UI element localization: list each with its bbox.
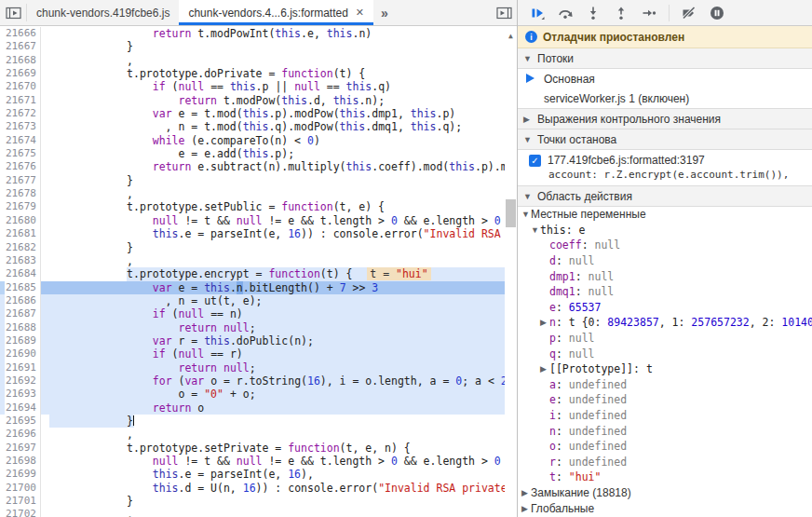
- close-icon[interactable]: ✕: [356, 7, 364, 19]
- code-text[interactable]: }: [41, 40, 505, 53]
- line-number[interactable]: 21666: [5, 27, 41, 40]
- code-line[interactable]: 21684 t.prototype.encrypt = function(t) …: [0, 267, 505, 280]
- code-text[interactable]: null != t && null != e && t.length > 0 &…: [41, 214, 505, 227]
- line-number[interactable]: 21690: [5, 347, 41, 361]
- code-line[interactable]: 21678 ,: [0, 187, 505, 200]
- line-number[interactable]: 21688: [5, 321, 41, 334]
- code-text[interactable]: this.e = parseInt(e, 16),: [41, 468, 505, 481]
- line-number[interactable]: 21677: [5, 174, 41, 187]
- code-line[interactable]: 21691 return null;: [0, 361, 505, 374]
- code-line[interactable]: 21686 , n = ut(t, e);: [0, 294, 505, 307]
- line-number[interactable]: 21680: [5, 214, 41, 227]
- deactivate-breakpoints-icon[interactable]: [681, 6, 697, 20]
- breakpoint-checkbox[interactable]: ✓: [529, 155, 541, 167]
- code-line[interactable]: 21675 e = e.add(this.p);: [0, 147, 505, 160]
- line-number[interactable]: 21682: [5, 241, 41, 254]
- code-text[interactable]: var e = t.mod(this.p).modPow(this.dmp1, …: [41, 107, 505, 120]
- open-debug-sidebar-icon[interactable]: [491, 0, 517, 25]
- code-line[interactable]: 21689 var r = this.doPublic(n);: [0, 334, 505, 347]
- scope-variable-row[interactable]: e: 65537: [518, 300, 812, 316]
- line-number[interactable]: 21675: [5, 147, 41, 160]
- code-line[interactable]: 21687 if (null == n): [0, 307, 505, 320]
- scope-tree[interactable]: ▼Местные переменные▼this: ecoeff: nulld:…: [518, 207, 812, 517]
- resume-button[interactable]: [529, 6, 546, 20]
- code-text[interactable]: var e = this.n.bitLength() + 7 >> 3: [41, 281, 505, 294]
- code-line[interactable]: 21672 var e = t.mod(this.p).modPow(this.…: [0, 107, 505, 120]
- line-number[interactable]: 21669: [5, 67, 41, 80]
- line-number[interactable]: 21672: [5, 107, 41, 120]
- code-text[interactable]: }: [41, 495, 505, 508]
- scope-variable-row[interactable]: a: undefined: [518, 377, 812, 393]
- code-line[interactable]: 21695 }: [0, 415, 505, 428]
- code-line[interactable]: 21681 this.e = parseInt(e, 16)) : consol…: [0, 227, 505, 240]
- line-number[interactable]: 21693: [5, 388, 41, 401]
- code-text[interactable]: if (null == n): [41, 307, 505, 320]
- code-line[interactable]: 21673 , n = t.mod(this.q).modPow(this.dm…: [0, 120, 505, 133]
- code-line[interactable]: 21677 }: [0, 174, 505, 187]
- line-number[interactable]: 21674: [5, 134, 41, 147]
- scope-variable-row[interactable]: ▼this: e: [518, 223, 812, 238]
- code-line[interactable]: 21676 return e.subtract(n).multiply(this…: [0, 160, 505, 173]
- code-line[interactable]: 21700 this.d = U(n, 16)) : console.error…: [0, 482, 505, 495]
- code-line[interactable]: 21688 return null;: [0, 321, 505, 334]
- code-line[interactable]: 21682 }: [0, 241, 505, 254]
- code-line[interactable]: 21696 ,: [0, 428, 505, 441]
- code-text[interactable]: ,: [41, 254, 505, 267]
- line-number[interactable]: 21695: [5, 415, 41, 428]
- scope-variable-row[interactable]: o: undefined: [518, 439, 812, 455]
- source-editor[interactable]: 21666 return t.modPowInt(this.e, this.n)…: [0, 26, 517, 517]
- scope-section-row[interactable]: ▼Местные переменные: [518, 207, 812, 223]
- code-text[interactable]: ,: [41, 428, 505, 441]
- code-text[interactable]: e = e.add(this.p);: [41, 147, 505, 160]
- code-line[interactable]: 21698 null != t && null != e && t.length…: [0, 455, 505, 468]
- line-number[interactable]: 21668: [5, 54, 41, 67]
- scroll-up-icon[interactable]: ▲: [505, 26, 517, 43]
- scope-variable-row[interactable]: dmq1: null: [518, 284, 812, 300]
- code-line[interactable]: 21685 var e = this.n.bitLength() + 7 >> …: [0, 281, 505, 294]
- code-text[interactable]: }: [41, 415, 505, 428]
- code-line[interactable]: 21674 while (e.compareTo(n) < 0): [0, 134, 505, 147]
- code-text[interactable]: for (var o = r.toString(16), i = o.lengt…: [41, 374, 505, 388]
- code-text[interactable]: if (null == r): [41, 347, 505, 361]
- code-line[interactable]: 21680 null != t && null != e && t.length…: [0, 214, 505, 227]
- scope-variable-row[interactable]: ▶[[Prototype]]: t: [518, 361, 812, 377]
- scope-variable-row[interactable]: q: null: [518, 346, 812, 361]
- scope-section-row[interactable]: ▶Глобальные: [518, 500, 812, 516]
- line-number[interactable]: 21687: [5, 307, 41, 320]
- scope-variable-row[interactable]: e: undefined: [518, 392, 812, 408]
- scope-variable-row[interactable]: ▶n: t {0: 89423857, 1: 257657232, 2: 101…: [518, 315, 812, 331]
- scope-section-row[interactable]: ▶Замыкание (18818): [518, 485, 812, 501]
- breakpoint-entry[interactable]: ✓ 177.419fcbe6.js:formatted:3197 account…: [518, 150, 812, 185]
- code-line[interactable]: 21702 ,: [0, 508, 505, 517]
- scope-variable-row[interactable]: dmp1: null: [518, 268, 812, 284]
- code-text[interactable]: ,: [41, 508, 505, 517]
- scope-variable-row[interactable]: coeff: null: [518, 238, 812, 253]
- pause-on-exceptions-icon[interactable]: [709, 6, 725, 20]
- scope-variable-row[interactable]: r: undefined: [518, 455, 812, 470]
- code-line[interactable]: 21668 ,: [0, 54, 505, 67]
- step-over-button[interactable]: [557, 6, 574, 20]
- code-text[interactable]: t.prototype.setPrivate = function(t, e, …: [41, 442, 505, 455]
- line-number[interactable]: 21681: [5, 227, 41, 240]
- line-number[interactable]: 21691: [5, 361, 41, 374]
- code-text[interactable]: return o: [41, 401, 505, 415]
- code-text[interactable]: t.prototype.encrypt = function(t) { t = …: [41, 267, 505, 280]
- code-line[interactable]: 21693 o = "0" + o;: [0, 388, 505, 401]
- code-text[interactable]: , n = t.mod(this.q).modPow(this.dmq1, th…: [41, 120, 505, 133]
- editor-scrollbar[interactable]: ▲: [505, 26, 517, 517]
- scope-variable-row[interactable]: d: null: [518, 253, 812, 269]
- step-into-button[interactable]: [585, 6, 602, 20]
- code-line[interactable]: 21690 if (null == r): [0, 347, 505, 361]
- tab-chunk-vendors[interactable]: chunk-vendors.419fcbe6.js: [27, 0, 179, 25]
- line-number[interactable]: 21700: [5, 482, 41, 495]
- code-text[interactable]: ,: [41, 187, 505, 200]
- section-breakpoints[interactable]: ▼ Точки останова: [518, 129, 812, 150]
- line-number[interactable]: 21696: [5, 428, 41, 441]
- code-line[interactable]: 21692 for (var o = r.toString(16), i = o…: [0, 374, 505, 388]
- section-scope[interactable]: ▼ Область действия: [518, 185, 812, 207]
- line-number[interactable]: 21701: [5, 495, 41, 508]
- code-line[interactable]: 21694 return o: [0, 401, 505, 415]
- code-text[interactable]: return null;: [41, 361, 505, 374]
- line-number[interactable]: 21673: [5, 120, 41, 133]
- code-text[interactable]: o = "0" + o;: [41, 388, 505, 401]
